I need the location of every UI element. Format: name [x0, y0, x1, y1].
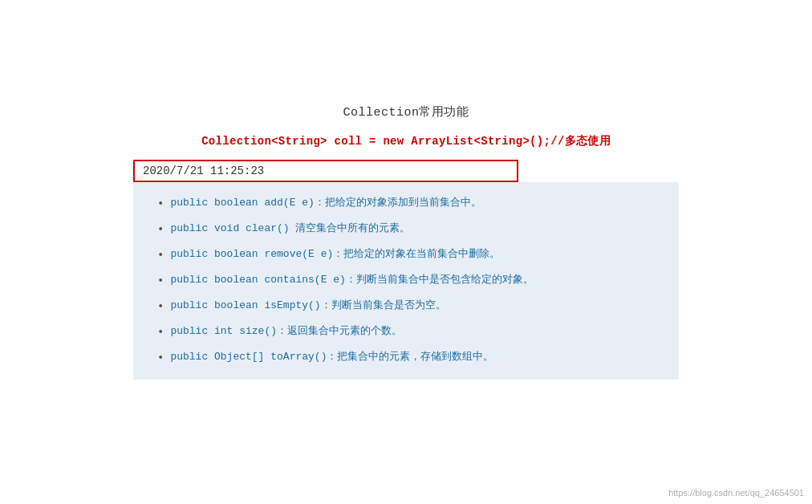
- method-text: public boolean add(E e)：把给定的对象添加到当前集合中。: [170, 195, 481, 211]
- watermark: https://blog.csdn.net/qq_24654501: [668, 488, 804, 498]
- method-text: public boolean remove(E e)：把给定的对象在当前集合中删…: [170, 246, 500, 262]
- bullet-icon: •: [157, 350, 164, 367]
- bullet-icon: •: [157, 247, 164, 264]
- timestamp-wrapper: 2020/7/21 11:25:23: [133, 160, 679, 182]
- section-title: Collection常用功能: [343, 104, 469, 120]
- method-text: public boolean contains(E e)：判断当前集合中是否包含…: [170, 272, 533, 288]
- bullet-icon: •: [157, 222, 164, 238]
- bullet-icon: •: [157, 324, 164, 341]
- method-text: public int size()：返回集合中元素的个数。: [170, 323, 402, 339]
- list-item: •public boolean contains(E e)：判断当前集合中是否包…: [157, 272, 663, 290]
- bullet-icon: •: [157, 299, 164, 315]
- method-text: public boolean isEmpty()：判断当前集合是否为空。: [170, 298, 445, 314]
- method-text: public Object[] toArray()：把集合中的元素，存储到数组中…: [170, 349, 493, 365]
- list-item: •public void clear() 清空集合中所有的元素。: [157, 221, 663, 238]
- method-text: public void clear() 清空集合中所有的元素。: [170, 221, 410, 237]
- list-item: •public boolean isEmpty()：判断当前集合是否为空。: [157, 298, 663, 315]
- list-item: •public Object[] toArray()：把集合中的元素，存储到数组…: [157, 349, 663, 367]
- list-item: •public boolean remove(E e)：把给定的对象在当前集合中…: [157, 246, 663, 264]
- bullet-icon: •: [157, 273, 164, 290]
- list-item: •public int size()：返回集合中元素的个数。: [157, 323, 663, 341]
- bullet-icon: •: [157, 196, 164, 213]
- code-declaration: Collection<String> coll = new ArrayList<…: [201, 134, 611, 148]
- timestamp-box: 2020/7/21 11:25:23: [133, 160, 518, 182]
- list-item: •public boolean add(E e)：把给定的对象添加到当前集合中。: [157, 195, 663, 213]
- page-container: Collection常用功能 Collection<String> coll =…: [0, 0, 812, 504]
- methods-container: •public boolean add(E e)：把给定的对象添加到当前集合中。…: [133, 182, 679, 380]
